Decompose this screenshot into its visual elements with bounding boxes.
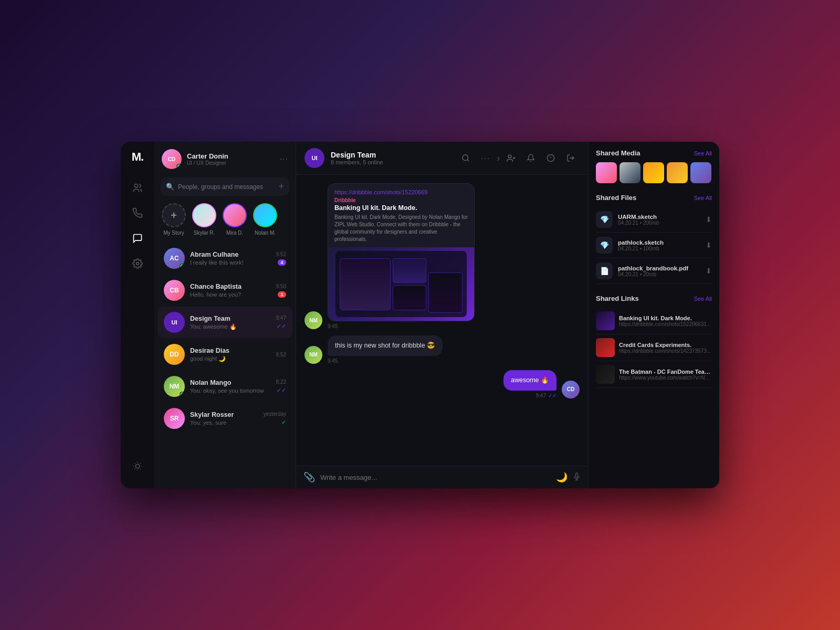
file-name-1: UARM.sketch	[618, 214, 700, 220]
story-nolan[interactable]: Nolan M.	[252, 203, 278, 236]
avatar-nolan-mango: NM	[164, 376, 185, 397]
svg-line-12	[467, 160, 469, 161]
link-item-info-1: Banking UI kit. Dark Mode. https://dribb…	[619, 315, 712, 327]
conv-preview-skylar-rosser: You: yes, sure	[190, 419, 258, 426]
search-icon: 🔍	[166, 183, 174, 191]
shared-media-section: Shared Media See All	[596, 149, 712, 183]
shared-link-2[interactable]: Credit Cards Experiments. https://dribbb…	[596, 334, 712, 361]
shared-files-header: Shared Files See All	[596, 194, 712, 202]
svg-point-2	[135, 464, 140, 468]
shared-files-see-all[interactable]: See All	[694, 195, 712, 201]
chat-group-avatar-text: UI	[312, 155, 318, 161]
stories-row: My Story Skylar R. Mira D. Nolan M.	[154, 201, 296, 242]
conv-info-abram: Abram Culhane I really like this work!	[190, 251, 271, 266]
chat-search-button[interactable]	[457, 149, 475, 167]
chat-info-button[interactable]	[542, 149, 560, 167]
file-meta-2: 04.20.21 • 100mb	[618, 246, 700, 251]
download-btn-2[interactable]: ⬇	[706, 241, 712, 249]
svg-line-9	[134, 469, 135, 469]
add-conversation-button[interactable]: +	[278, 181, 284, 192]
check-skylar-rosser: ✓	[281, 419, 286, 426]
chat-expand-icon: ›	[497, 153, 500, 164]
current-user-name: Carter Donin	[187, 152, 275, 160]
messages-area: NM https://dribbble.com/shots/15220669 D…	[296, 175, 588, 466]
conv-time-skylar-rosser: yesterday	[264, 411, 286, 417]
link-url-text: https://dribbble.com/shots/15220669	[328, 184, 474, 197]
shared-links-header: Shared Links See All	[596, 295, 712, 302]
conversation-item-skylar-rosser[interactable]: SR Skylar Rosser You: yes, sure yesterda…	[158, 403, 292, 434]
nav-settings-icon[interactable]	[126, 252, 149, 275]
conv-preview-abram: I really like this work!	[190, 259, 271, 266]
media-thumb-1[interactable]	[596, 162, 617, 183]
link-thumb-1	[596, 311, 615, 330]
conversation-item-nolan-mango[interactable]: NM Nolan Mango You: okay, see you tomorr…	[158, 371, 292, 402]
avatar-desirae: DD	[164, 344, 185, 365]
link-preview-card[interactable]: https://dribbble.com/shots/15220669 Drib…	[328, 183, 475, 321]
shared-links-see-all[interactable]: See All	[694, 296, 712, 302]
attach-button[interactable]: 📎	[303, 471, 315, 483]
chat-add-member-button[interactable]	[502, 149, 520, 167]
download-btn-3[interactable]: ⬇	[706, 267, 712, 275]
conv-name-nolan-mango: Nolan Mango	[190, 379, 271, 386]
conv-meta-skylar-rosser: yesterday ✓	[264, 411, 286, 426]
link-thumb-3	[596, 365, 615, 384]
shared-link-1[interactable]: Banking UI kit. Dark Mode. https://dribb…	[596, 308, 712, 334]
mic-button[interactable]	[573, 472, 581, 482]
file-icon-2: 💎	[596, 237, 613, 254]
conv-time-design-team: 9:47	[276, 315, 286, 321]
download-btn-1[interactable]: ⬇	[706, 215, 712, 224]
add-story-avatar	[162, 203, 186, 227]
conversation-item-chance[interactable]: CB Chance Baptista Hello, how are you? 9…	[158, 275, 292, 306]
story-skylar[interactable]: Skylar R.	[191, 203, 217, 236]
search-input[interactable]	[178, 183, 275, 191]
media-thumb-2[interactable]	[620, 162, 640, 183]
chat-main: UI Design Team 8 members, 5 online ··· ›	[296, 142, 588, 488]
msg-content-3: awesome 🔥 9:47 ✓✓	[503, 370, 556, 398]
conv-meta-desirae: 8:52	[276, 352, 286, 358]
conv-name-design-team: Design Team	[190, 315, 271, 322]
chat-more-button[interactable]: ···	[477, 149, 495, 167]
msg-avatar-own: CD	[562, 381, 580, 398]
nav-contacts-icon[interactable]	[126, 176, 149, 200]
conv-preview-nolan-mango: You: okay, see you tomorrow	[190, 387, 271, 394]
shared-link-3[interactable]: The Batman - DC FanDome Teaser. https://…	[596, 361, 712, 388]
conversations-panel: CD Carter Donin UI / UX Designer ··· 🔍 +…	[154, 142, 296, 488]
message-input[interactable]	[320, 474, 551, 481]
file-info-1: UARM.sketch 04.20.21 • 200mb	[618, 214, 700, 226]
chat-header-actions: ··· ›	[457, 149, 580, 167]
conversation-item-design-team[interactable]: UI Design Team You: awesome 🔥 9:47 ✓✓	[158, 307, 292, 338]
chat-notification-button[interactable]	[522, 149, 540, 167]
conv-info-nolan-mango: Nolan Mango You: okay, see you tomorrow	[190, 379, 271, 394]
story-nolan-label: Nolan M.	[252, 230, 278, 236]
story-mira-avatar	[223, 203, 247, 227]
right-panel: Shared Media See All Shared Files See Al…	[588, 142, 719, 488]
message-input-bar: 📎 🌙	[296, 466, 588, 488]
conversation-item-desirae[interactable]: DD Desirae Dias good night 🌙 8:52	[158, 339, 292, 370]
media-thumb-4[interactable]	[667, 162, 688, 183]
conversation-item-abram[interactable]: AC Abram Culhane I really like this work…	[158, 243, 292, 274]
file-info-2: pathlock.sketch 04.20.21 • 100mb	[618, 239, 700, 251]
story-mira[interactable]: Mira D.	[222, 203, 248, 236]
chat-leave-button[interactable]	[562, 149, 580, 167]
media-thumb-3[interactable]	[643, 162, 664, 183]
file-item-1: 💎 UARM.sketch 04.20.21 • 200mb ⬇	[596, 207, 712, 233]
check-nolan-mango: ✓✓	[277, 387, 286, 394]
svg-line-10	[140, 463, 141, 464]
nav-messages-icon[interactable]	[126, 227, 149, 250]
link-item-title-3: The Batman - DC FanDome Teaser.	[619, 369, 712, 375]
avatar-design-team: UI	[164, 312, 185, 333]
link-item-info-2: Credit Cards Experiments. https://dribbb…	[619, 342, 712, 354]
user-menu-button[interactable]: ···	[280, 154, 288, 164]
shared-media-see-all[interactable]: See All	[694, 150, 712, 156]
media-thumb-5[interactable]	[690, 162, 711, 183]
nav-theme-icon[interactable]	[126, 455, 149, 478]
shared-files-section: Shared Files See All 💎 UARM.sketch 04.20…	[596, 194, 712, 284]
conv-info-desirae: Desirae Dias good night 🌙	[190, 347, 271, 362]
shared-media-header: Shared Media See All	[596, 149, 712, 157]
link-item-url-1: https://dribbble.com/shots/152206631...	[619, 321, 712, 327]
msg-time-3: 9:47 ✓✓	[503, 393, 556, 398]
nav-calls-icon[interactable]	[126, 202, 149, 225]
story-skylar-label: Skylar R.	[191, 230, 217, 236]
emoji-button[interactable]: 🌙	[556, 471, 568, 483]
story-my-story[interactable]: My Story	[161, 203, 187, 236]
